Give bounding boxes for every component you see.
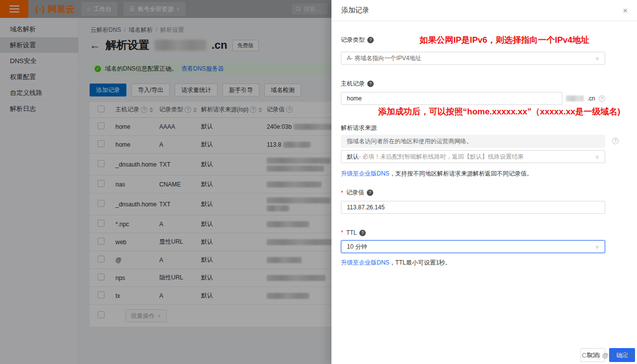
ttl-select[interactable]: 10 分钟 ∨: [341, 240, 605, 253]
line-info-box: 指域名访问者所在的地区和使用的运营商网络。: [341, 135, 605, 148]
host-record-label-row: 主机记录: [341, 80, 605, 88]
record-value-label-row: * 记录值: [341, 188, 605, 197]
ipv6-annotation: 如果公网IP是IPv6，则选择指向一个IPv4地址: [420, 34, 589, 46]
chevron-down-icon: ∨: [595, 244, 599, 250]
drawer-overlay-mask[interactable]: [0, 0, 331, 364]
record-type-label: 记录类型: [341, 36, 365, 44]
line-label-row: 解析请求来源: [341, 124, 605, 132]
drawer-title: 添加记录: [341, 6, 369, 15]
help-icon[interactable]: [612, 138, 619, 144]
drawer-body: 记录类型 如果公网IP是IPv6，则选择指向一个IPv4地址 A- 将域名指向一…: [331, 34, 637, 267]
line-select[interactable]: 默认 - 必填！未匹配到智能解析线路时，返回【默认】线路设置结果 ∨: [341, 150, 605, 163]
host-record-input[interactable]: [341, 92, 562, 105]
help-icon[interactable]: [367, 189, 373, 196]
close-icon[interactable]: ✕: [623, 7, 628, 14]
host-annotation: 添加成功后，可以按照“home.xxxxx.xx”（xxxxx.xx是一级域名): [378, 106, 605, 117]
cancel-button[interactable]: 取消: [580, 348, 605, 362]
line-label: 解析请求来源: [341, 124, 377, 132]
record-value-label: 记录值: [346, 188, 364, 197]
ttl-label-row: * TTL: [341, 229, 605, 236]
record-type-select[interactable]: A- 将域名指向一个IPV4地址 ∨: [341, 52, 605, 65]
line-upgrade-note: 升级至企业版DNS，支持按不同地区解析请求来源解析返回不同记录值。: [341, 170, 605, 178]
host-domain-suffix: .cn: [587, 95, 595, 102]
upgrade-dns-link[interactable]: 升级至企业版DNS: [341, 170, 389, 177]
host-record-label: 主机记录: [341, 80, 365, 88]
confirm-button[interactable]: 确定: [609, 348, 635, 362]
ttl-label: TTL: [346, 229, 357, 236]
drawer-footer: 取消 确定: [580, 348, 635, 362]
help-icon[interactable]: [367, 81, 374, 87]
record-type-label-row: 记录类型: [341, 36, 374, 44]
required-asterisk: *: [341, 229, 343, 236]
help-icon[interactable]: [599, 95, 605, 102]
add-record-drawer: 添加记录 ✕ 记录类型 如果公网IP是IPv6，则选择指向一个IPv4地址 A-…: [331, 0, 637, 364]
help-icon[interactable]: [359, 230, 366, 236]
chevron-down-icon: ∨: [595, 154, 599, 160]
record-value-input[interactable]: [341, 201, 605, 214]
drawer-header: 添加记录 ✕: [331, 0, 637, 21]
help-icon[interactable]: [367, 37, 374, 43]
upgrade-dns-link[interactable]: 升级至企业版DNS: [341, 259, 389, 266]
redacted-domain-name: [566, 95, 584, 101]
required-asterisk: *: [341, 189, 343, 196]
ttl-upgrade-note: 升级至企业版DNS，TTL最小可设置1秒。: [341, 259, 605, 267]
chevron-down-icon: ∨: [595, 55, 599, 62]
